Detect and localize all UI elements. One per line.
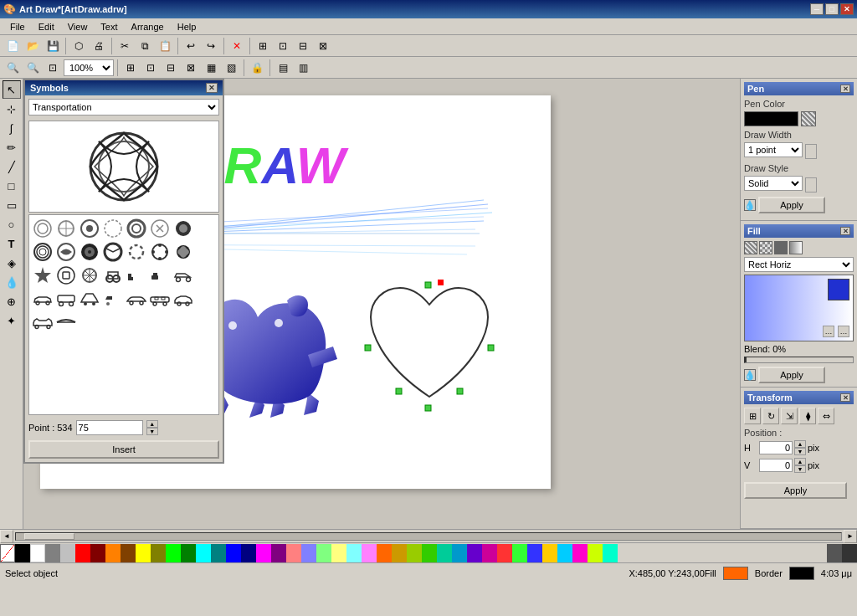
lock-button[interactable]: 🔒 bbox=[248, 59, 266, 77]
h-scroll-track[interactable] bbox=[15, 532, 842, 541]
symbol4-button[interactable]: ⊠ bbox=[314, 37, 332, 55]
symbol-item[interactable] bbox=[101, 287, 125, 311]
palette-color-green[interactable] bbox=[181, 544, 196, 562]
symbol-item[interactable] bbox=[78, 217, 101, 240]
palette-color-teal[interactable] bbox=[211, 544, 226, 562]
zoom-tool[interactable]: ⊕ bbox=[3, 292, 21, 311]
palette-color-purple[interactable] bbox=[271, 544, 286, 562]
palette-color-darkorange[interactable] bbox=[121, 544, 136, 562]
symbol-item[interactable] bbox=[125, 287, 148, 311]
palette-color-springgreen[interactable] bbox=[437, 544, 452, 562]
fill-mode-gradient-btn[interactable] bbox=[789, 241, 803, 254]
transform-skew-btn[interactable]: ⧫ bbox=[799, 408, 816, 424]
draw-width-select[interactable]: 1 point 2 point 3 point bbox=[744, 142, 803, 157]
fill-mode-checker-btn[interactable] bbox=[759, 241, 772, 254]
rect-tool[interactable]: ▭ bbox=[3, 196, 21, 214]
fill-eyedrop-icon[interactable]: 💧 bbox=[744, 369, 756, 381]
zoom-in-button[interactable]: 🔍 bbox=[3, 59, 22, 77]
fill-close-button[interactable]: ✕ bbox=[840, 227, 850, 235]
palette-color-yellow[interactable] bbox=[136, 544, 151, 562]
palette-color-limegreen[interactable] bbox=[422, 544, 437, 562]
symbol-item[interactable] bbox=[54, 240, 78, 264]
spin-up[interactable]: ▲ bbox=[146, 420, 158, 428]
pen-eyedrop-icon[interactable]: 💧 bbox=[744, 199, 756, 211]
symbol-item[interactable] bbox=[54, 311, 78, 334]
menu-text[interactable]: Text bbox=[94, 20, 124, 33]
close-button[interactable]: ✕ bbox=[840, 3, 854, 15]
pen-color-grid-button[interactable] bbox=[801, 111, 816, 126]
palette-color-olive[interactable] bbox=[151, 544, 166, 562]
palette-color-yellowgreen[interactable] bbox=[407, 544, 422, 562]
h-input[interactable] bbox=[759, 441, 793, 454]
palette-color-brightblue[interactable] bbox=[527, 544, 542, 562]
pen-apply-button[interactable]: Apply bbox=[758, 197, 825, 213]
symbol-item[interactable] bbox=[125, 264, 148, 287]
eyedrop-tool[interactable]: 💧 bbox=[3, 273, 21, 291]
palette-transparent[interactable] bbox=[0, 544, 15, 562]
symbol-item[interactable] bbox=[78, 287, 101, 311]
blend-slider-track[interactable] bbox=[744, 357, 854, 363]
symbol-item[interactable] bbox=[148, 264, 172, 287]
palette-color-lightgreen[interactable] bbox=[316, 544, 331, 562]
symbol-item[interactable] bbox=[31, 287, 54, 311]
palette-color-gold[interactable] bbox=[392, 544, 407, 562]
palette-color-lime[interactable] bbox=[166, 544, 181, 562]
insert-button[interactable]: Insert bbox=[28, 440, 219, 459]
pen-close-button[interactable]: ✕ bbox=[840, 85, 850, 93]
palette-color-pink[interactable] bbox=[286, 544, 301, 562]
symbol-item[interactable] bbox=[31, 240, 54, 264]
align2-button[interactable]: ⊠ bbox=[182, 59, 200, 77]
extra1-button[interactable]: ▤ bbox=[274, 59, 292, 77]
ellipse-tool[interactable]: ○ bbox=[3, 215, 21, 234]
menu-file[interactable]: File bbox=[3, 20, 32, 33]
fill-color-more1[interactable]: … bbox=[838, 326, 849, 337]
symbol-item[interactable] bbox=[172, 287, 195, 311]
palette-color-gray[interactable] bbox=[45, 544, 60, 562]
palette-color-cyan[interactable] bbox=[196, 544, 211, 562]
symbol-item[interactable] bbox=[54, 264, 78, 287]
fill-apply-button[interactable]: Apply bbox=[758, 367, 825, 383]
pencil-tool[interactable]: ✏ bbox=[3, 138, 21, 157]
palette-color-navy[interactable] bbox=[241, 544, 256, 562]
bezier-tool[interactable]: ∫ bbox=[3, 119, 21, 137]
menu-edit[interactable]: Edit bbox=[32, 20, 61, 33]
palette-color-lightcyan[interactable] bbox=[346, 544, 362, 562]
pointer-button[interactable]: ⬡ bbox=[69, 37, 88, 55]
symbols-close-button[interactable]: ✕ bbox=[206, 83, 218, 93]
symbol-item[interactable] bbox=[78, 264, 101, 287]
palette-color-hotpink[interactable] bbox=[482, 544, 497, 562]
transform-close-button[interactable]: ✕ bbox=[840, 393, 850, 402]
menu-view[interactable]: View bbox=[61, 20, 95, 33]
spin-down[interactable]: ▼ bbox=[146, 428, 158, 435]
pen-color-box[interactable] bbox=[744, 111, 798, 126]
palette-color-darkred[interactable] bbox=[90, 544, 105, 562]
point-input[interactable] bbox=[76, 420, 143, 435]
print-button[interactable]: 🖨 bbox=[90, 37, 108, 55]
symbol-item[interactable] bbox=[101, 264, 125, 287]
palette-color-black[interactable] bbox=[15, 544, 30, 562]
zoom-fit-button[interactable]: ⊡ bbox=[44, 59, 62, 77]
v-input[interactable] bbox=[759, 459, 793, 472]
symbol-item[interactable] bbox=[31, 311, 54, 334]
open-button[interactable]: 📂 bbox=[23, 37, 42, 55]
transform-scale-btn[interactable]: ⇲ bbox=[781, 408, 798, 424]
new-button[interactable]: 📄 bbox=[3, 37, 22, 55]
menu-arrange[interactable]: Arrange bbox=[125, 20, 171, 33]
symbol1-button[interactable]: ⊞ bbox=[254, 37, 272, 55]
palette-color-dodgerblue[interactable] bbox=[452, 544, 467, 562]
palette-color-orange[interactable] bbox=[105, 544, 121, 562]
transform-mirror-btn[interactable]: ⇔ bbox=[818, 408, 834, 424]
symbol-item[interactable] bbox=[172, 240, 195, 264]
symbol-item[interactable] bbox=[172, 264, 195, 287]
fill-color-secondary[interactable] bbox=[828, 279, 849, 300]
palette-color-tomato[interactable] bbox=[497, 544, 512, 562]
palette-color-lightmagenta[interactable] bbox=[362, 544, 377, 562]
star-tool[interactable]: ✦ bbox=[3, 311, 21, 330]
copy-button[interactable]: ⧉ bbox=[136, 37, 154, 55]
align1-button[interactable]: ⊟ bbox=[162, 59, 180, 77]
fill-mode-grid-btn[interactable] bbox=[744, 241, 757, 254]
palette-color-blue[interactable] bbox=[226, 544, 241, 562]
symbol3-button[interactable]: ⊟ bbox=[294, 37, 312, 55]
transform-move-btn[interactable]: ⊞ bbox=[744, 408, 761, 424]
scroll-left-arrow[interactable]: ◄ bbox=[0, 530, 13, 543]
